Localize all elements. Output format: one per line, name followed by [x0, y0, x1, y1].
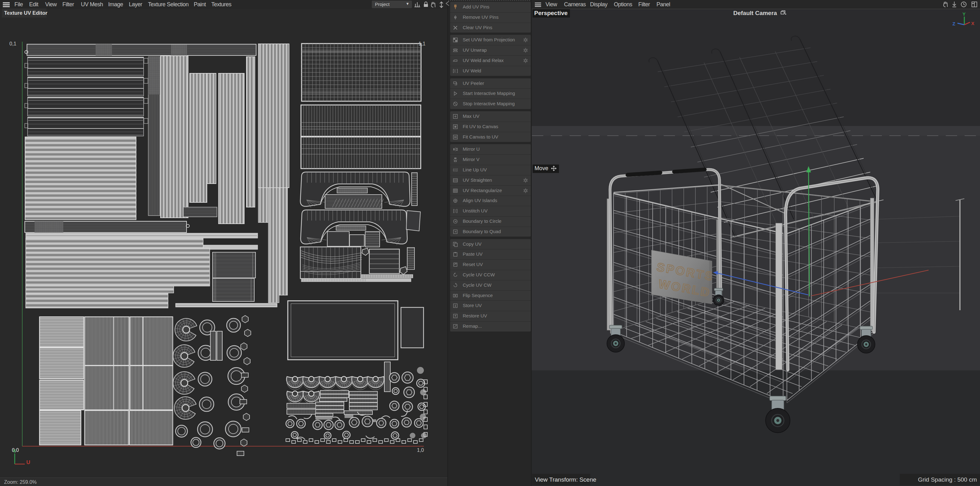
svg-text:X: X	[971, 21, 974, 26]
svg-text:Y: Y	[963, 11, 966, 17]
svg-text:Z: Z	[952, 21, 955, 26]
